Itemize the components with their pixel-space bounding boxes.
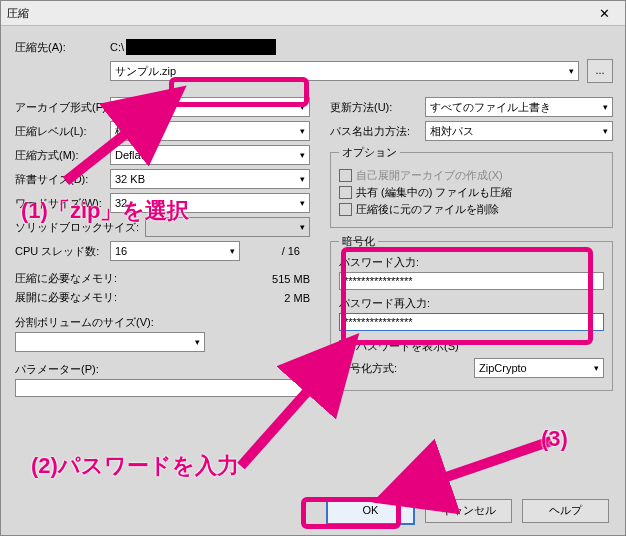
- split-label: 分割ボリュームのサイズ(V):: [15, 315, 310, 330]
- method-label: 圧縮方式(M):: [15, 148, 110, 163]
- checkbox-icon: [339, 203, 352, 216]
- path-label: パス名出力方法:: [330, 124, 425, 139]
- method-value: Deflate: [115, 149, 150, 161]
- content: 圧縮先(A): C:\ サンプル.zip ▾ ... アーカイブ形式(F): z…: [1, 25, 625, 535]
- cancel-button[interactable]: キャンセル: [425, 499, 512, 523]
- chevron-down-icon: ▾: [569, 66, 574, 76]
- options-legend: オプション: [339, 145, 400, 160]
- chevron-down-icon: ▾: [230, 246, 235, 256]
- dialog-window: 圧縮 ✕ 圧縮先(A): C:\ サンプル.zip ▾ ... アーカイブ形式(…: [0, 0, 626, 536]
- pwd2-label: パスワード再入力:: [339, 296, 604, 311]
- dict-value: 32 KB: [115, 173, 145, 185]
- pwd2-input[interactable]: [339, 313, 604, 331]
- mem-decompress-value: 2 MB: [284, 292, 310, 304]
- options-fieldset: オプション 自己展開アーカイブの作成(X) 共有 (編集中の) ファイルも圧縮 …: [330, 145, 613, 228]
- dest-row: 圧縮先(A): C:\: [15, 39, 613, 55]
- chevron-down-icon: ▾: [300, 198, 305, 208]
- dict-select[interactable]: 32 KB▾: [110, 169, 310, 189]
- path-value: 相対パス: [430, 124, 474, 139]
- cpu-value: 16: [115, 245, 127, 257]
- mem-compress-value: 515 MB: [272, 273, 310, 285]
- chevron-down-icon: ▾: [594, 363, 599, 373]
- enc-method-select[interactable]: ZipCrypto▾: [474, 358, 604, 378]
- chevron-down-icon: ▾: [603, 102, 608, 112]
- opt-delete[interactable]: 圧縮後に元のファイルを削除: [339, 202, 604, 217]
- opt-shared[interactable]: 共有 (編集中の) ファイルも圧縮: [339, 185, 604, 200]
- pwd-input[interactable]: [339, 272, 604, 290]
- close-icon[interactable]: ✕: [589, 6, 619, 21]
- update-label: 更新方法(U):: [330, 100, 425, 115]
- encryption-fieldset: 暗号化 パスワード入力: パスワード再入力: パスワードを表示(S) 暗号化方式…: [330, 234, 613, 391]
- right-column: 更新方法(U): すべてのファイル上書き▾ パス名出力方法: 相対パス▾ オプシ…: [330, 93, 613, 397]
- encryption-legend: 暗号化: [339, 234, 378, 249]
- enc-method-label: 暗号化方式:: [339, 361, 474, 376]
- word-select[interactable]: 32▾: [110, 193, 310, 213]
- chevron-down-icon: ▾: [603, 126, 608, 136]
- method-select[interactable]: Deflate▾: [110, 145, 310, 165]
- archive-name-select[interactable]: サンプル.zip ▾: [110, 61, 579, 81]
- params-label: パラメーター(P):: [15, 362, 310, 377]
- archive-name-row: サンプル.zip ▾ ...: [15, 59, 613, 83]
- split-select[interactable]: ▾: [15, 332, 205, 352]
- update-select[interactable]: すべてのファイル上書き▾: [425, 97, 613, 117]
- format-select[interactable]: zip▾: [110, 97, 310, 117]
- params-input[interactable]: [15, 379, 310, 397]
- update-value: すべてのファイル上書き: [430, 100, 551, 115]
- titlebar: 圧縮 ✕: [1, 1, 625, 26]
- help-button[interactable]: ヘルプ: [522, 499, 609, 523]
- block-select[interactable]: ▾: [145, 217, 310, 237]
- redacted-path: [126, 39, 276, 55]
- ok-button[interactable]: OK: [326, 499, 415, 525]
- checkbox-icon: [339, 186, 352, 199]
- level-select[interactable]: 標準▾: [110, 121, 310, 141]
- mem-compress-label: 圧縮に必要なメモリ:: [15, 271, 272, 286]
- button-row: OK キャンセル ヘルプ: [326, 499, 609, 525]
- cpu-total: / 16: [240, 245, 310, 257]
- window-title: 圧縮: [7, 6, 589, 21]
- word-label: ワードサイズ(W):: [15, 196, 110, 211]
- format-label: アーカイブ形式(F):: [15, 100, 110, 115]
- checkbox-icon: [339, 169, 352, 182]
- opt-sfx[interactable]: 自己展開アーカイブの作成(X): [339, 168, 604, 183]
- dest-label: 圧縮先(A):: [15, 40, 110, 55]
- cpu-label: CPU スレッド数:: [15, 244, 110, 259]
- level-label: 圧縮レベル(L):: [15, 124, 110, 139]
- browse-button[interactable]: ...: [587, 59, 613, 83]
- enc-method-value: ZipCrypto: [479, 362, 527, 374]
- chevron-down-icon: ▾: [300, 174, 305, 184]
- mem-decompress-label: 展開に必要なメモリ:: [15, 290, 284, 305]
- block-label: ソリッドブロックサイズ:: [15, 220, 145, 235]
- archive-name-value: サンプル.zip: [115, 64, 176, 79]
- chevron-down-icon: ▾: [300, 126, 305, 136]
- left-column: アーカイブ形式(F): zip▾ 圧縮レベル(L): 標準▾ 圧縮方式(M): …: [15, 93, 310, 397]
- path-select[interactable]: 相対パス▾: [425, 121, 613, 141]
- dest-prefix: C:\: [110, 41, 124, 53]
- level-value: 標準: [115, 124, 137, 139]
- dict-label: 辞書サイズ(D):: [15, 172, 110, 187]
- chevron-down-icon: ▾: [300, 150, 305, 160]
- cpu-select[interactable]: 16▾: [110, 241, 240, 261]
- chevron-down-icon: ▾: [300, 102, 305, 112]
- checkbox-icon: [339, 340, 352, 353]
- chevron-down-icon: ▾: [195, 337, 200, 347]
- word-value: 32: [115, 197, 127, 209]
- format-value: zip: [115, 101, 129, 113]
- showpwd[interactable]: パスワードを表示(S): [339, 339, 604, 354]
- pwd-label: パスワード入力:: [339, 255, 604, 270]
- chevron-down-icon: ▾: [300, 222, 305, 232]
